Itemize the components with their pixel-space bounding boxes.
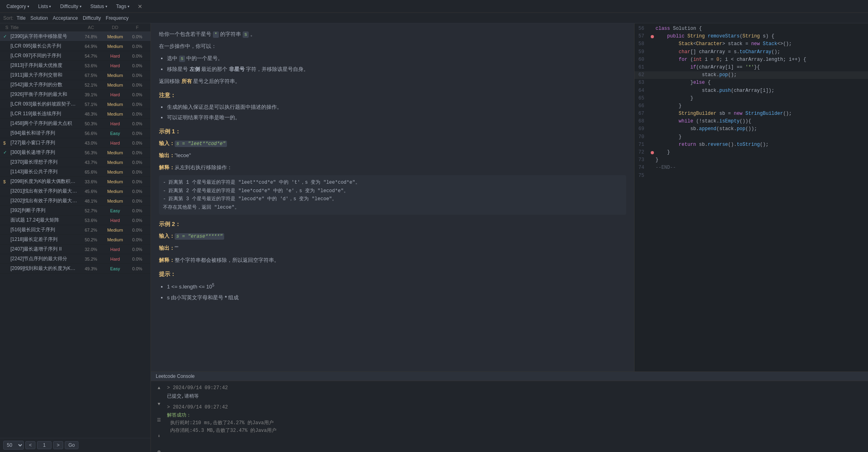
console-entry-1: > 2024/09/14 09:27:42 已提交,请稍等 — [167, 384, 863, 400]
table-row[interactable]: ✓[2390]从字符串中移除星号74.8%Medium0.0% — [0, 32, 151, 41]
table-row[interactable]: [2242]节点序列的最大得分35.2%Hard0.0% — [0, 254, 151, 264]
table-row[interactable]: [1143]最长公共子序列65.6%Medium0.0% — [0, 167, 151, 177]
cell-ac: 50.3% — [79, 121, 103, 126]
cell-ac: 48.3% — [79, 112, 103, 116]
sort-title[interactable]: Title — [15, 15, 27, 21]
cell-title: [LCR 095]最长公共子列 — [10, 43, 79, 50]
line-content: char[] charArray = s.toCharArray(); — [656, 48, 865, 56]
line-number: 62 — [635, 71, 649, 79]
cell-frequency: 0.0% — [127, 54, 147, 58]
problem-description[interactable]: 给你一个包含若干星号 * 的字符串 s 。 在一步操作中，你可以： 选中 s 中… — [151, 23, 635, 371]
cell-difficulty: Easy — [103, 266, 127, 271]
table-row[interactable]: [2926]平衡子序列的最大和39.1%Hard0.0% — [0, 90, 151, 100]
table-row[interactable]: ✓[300]最长递增子序列56.3%Medium0.0% — [0, 148, 151, 158]
col-header-title: Title — [10, 25, 79, 30]
table-row[interactable]: [LCR 095]最长公共子列64.9%Medium0.0% — [0, 41, 151, 51]
line-gutter — [649, 33, 656, 40]
table-row[interactable]: [1458]两个子序列的最大点积50.3%Hard0.0% — [0, 119, 151, 129]
status-dropdown[interactable]: Status ▾ — [87, 2, 111, 10]
line-gutter — [649, 156, 656, 164]
line-number: 72 — [635, 149, 649, 156]
cell-ac: 35.2% — [79, 257, 103, 261]
code-line: 67 StringBuilder sb = new StringBuilder(… — [635, 110, 868, 118]
desc-example1-title: 示例 1： — [159, 127, 626, 137]
console-down-icon[interactable]: ▼ — [156, 401, 162, 408]
table-row[interactable]: [LCR 093]最长的斜坡跟契子序列的...57.1%Medium0.0% — [0, 100, 151, 109]
table-row[interactable]: [392]判断子序列52.7%Easy0.0% — [0, 206, 151, 216]
table-row[interactable]: [516]最长回文子序列67.2%Medium0.0% — [0, 225, 151, 235]
cell-ac: 39.1% — [79, 92, 103, 97]
difficulty-label: Difficulty — [60, 4, 78, 9]
table-row[interactable]: [LCR 097]不同的子序列54.7%Hard0.0% — [0, 51, 151, 61]
code-line: 74--END-- — [635, 164, 868, 172]
cell-frequency: 0.0% — [127, 131, 147, 136]
cell-frequency: 0.0% — [127, 170, 147, 174]
code-line: 72 } — [635, 149, 868, 156]
cell-frequency: 0.0% — [127, 92, 147, 97]
console-up-icon[interactable]: ▲ — [156, 385, 162, 392]
table-body: ✓[2390]从字符串中移除星号74.8%Medium0.0%[LCR 095]… — [0, 32, 151, 438]
go-button[interactable]: Go — [65, 441, 78, 449]
sort-row: Sort: Title Solution Acceptance Difficul… — [0, 13, 868, 23]
line-gutter — [649, 149, 656, 156]
col-header-f: F — [127, 25, 147, 30]
table-row[interactable]: [2542]最大子序列的分数52.1%Medium0.0% — [0, 80, 151, 90]
sort-acceptance[interactable]: Acceptance — [51, 15, 80, 21]
cell-title: [516]最长回文子序列 — [10, 226, 79, 233]
table-row[interactable]: [1911]最大子序列交替和67.5%Medium0.0% — [0, 70, 151, 80]
cell-frequency: 0.0% — [127, 218, 147, 223]
line-gutter — [649, 133, 656, 141]
cell-difficulty: Medium — [103, 179, 127, 184]
line-number: 66 — [635, 102, 649, 110]
cell-title: [2242]节点序列的最大得分 — [10, 255, 79, 262]
console-title: Leetcode Console — [156, 373, 195, 379]
next-page-button[interactable]: > — [53, 441, 63, 449]
table-row[interactable]: [LCR 119]最长连续序列48.3%Medium0.0% — [0, 109, 151, 119]
sort-frequency[interactable]: Frequency — [104, 15, 130, 21]
cell-difficulty: Medium — [103, 170, 127, 174]
cell-title: [2390]从字符串中移除星号 — [10, 33, 79, 40]
table-row[interactable]: $[2098]长度为K的最大偶数积和子序列33.6%Medium0.0% — [0, 177, 151, 187]
table-row[interactable]: [2370]最长理想子序列43.7%Medium0.0% — [0, 158, 151, 167]
desc-example1-explains: - 距离第 1 个星号最近的字符是 "leet**cod*e" 中的 't'，s… — [159, 175, 626, 215]
cell-title: [2542]最大子序列的分数 — [10, 81, 79, 88]
console-download-icon[interactable]: ⬇ — [156, 433, 162, 440]
table-row[interactable]: [2407]最长递增子序列 II32.0%Hard0.0% — [0, 245, 151, 254]
cell-difficulty: Medium — [103, 102, 127, 107]
code-line: 58 Stack<Character> stack = new Stack<>(… — [635, 40, 868, 48]
table-row[interactable]: [2099]找到和最大的长度为K的子...49.3%Easy0.0% — [0, 264, 151, 274]
cell-frequency: 0.0% — [127, 34, 147, 39]
line-number: 74 — [635, 164, 649, 172]
table-row[interactable]: $[727]最小窗口子序列43.0%Hard0.0% — [0, 138, 151, 148]
line-number: 60 — [635, 56, 649, 64]
category-chevron-icon: ▾ — [27, 4, 29, 8]
per-page-select[interactable]: 50 25 100 — [3, 441, 24, 450]
desc-example1-input: 输入：s = "leet**cod*e" — [159, 139, 626, 148]
prev-page-button[interactable]: < — [25, 441, 35, 449]
table-row[interactable]: [3201]找出有效子序列的最大长度 I45.6%Medium0.0% — [0, 187, 151, 196]
line-content: public String removeStars(String s) { — [656, 33, 865, 40]
table-row[interactable]: [2813]子序列最大优推度53.6%Hard0.0% — [0, 61, 151, 70]
cell-ac: 49.3% — [79, 266, 103, 271]
console-clear-icon[interactable]: 🗑 — [156, 450, 162, 452]
console-filter-icon[interactable]: ☰ — [156, 417, 162, 424]
sort-difficulty[interactable]: Difficulty — [81, 15, 103, 21]
close-filter-button[interactable]: ✕ — [135, 2, 145, 10]
line-number: 65 — [635, 95, 649, 102]
code-lines[interactable]: 56class Solution {57 public String remov… — [635, 23, 868, 371]
category-dropdown[interactable]: Category ▾ — [3, 2, 33, 10]
table-row[interactable]: 面试题 17.24]最大矩阵53.6%Hard0.0% — [0, 216, 151, 225]
page-number-input[interactable] — [37, 441, 52, 449]
toolbar: Category ▾ Lists ▾ Difficulty ▾ Status ▾… — [0, 0, 868, 13]
table-row[interactable]: [3202]找出有效子序列的最大长度 II48.1%Medium0.0% — [0, 196, 151, 206]
line-content: }else { — [656, 79, 865, 87]
lists-dropdown[interactable]: Lists ▾ — [35, 2, 55, 10]
difficulty-dropdown[interactable]: Difficulty ▾ — [57, 2, 85, 10]
line-gutter — [649, 95, 656, 102]
table-row[interactable]: [594]最长和谐子序列56.6%Easy0.0% — [0, 129, 151, 138]
sort-solution[interactable]: Solution — [29, 15, 49, 21]
tags-dropdown[interactable]: Tags ▾ — [113, 2, 133, 10]
code-line: 62 stack.pop(); — [635, 71, 868, 79]
table-row[interactable]: [1218]最长定差子序列50.2%Medium0.0% — [0, 235, 151, 245]
cell-frequency: 0.0% — [127, 83, 147, 87]
